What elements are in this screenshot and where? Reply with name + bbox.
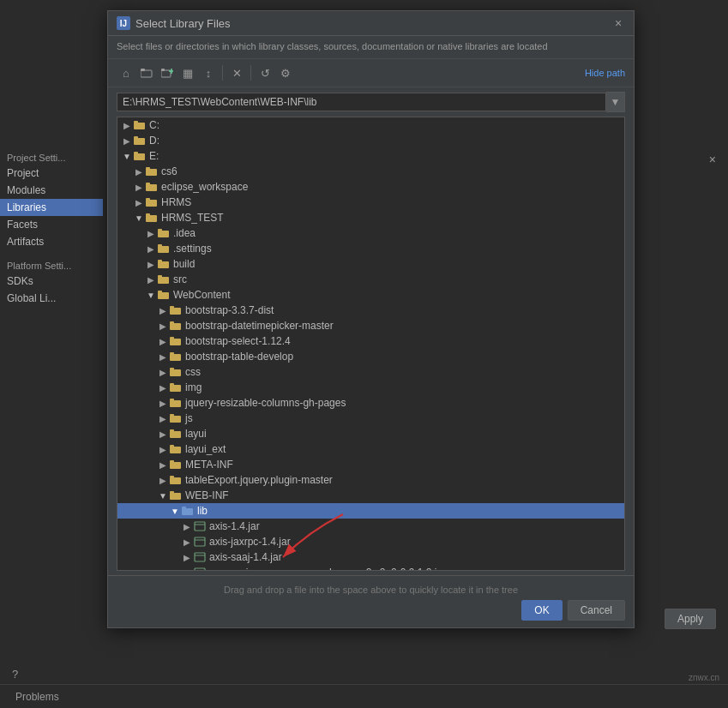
svg-rect-34 [170, 339, 181, 345]
tree-item-axis14[interactable]: ▶ axis-1.4.jar [117, 519, 624, 534]
tree-item-tableExport[interactable]: ▶ tableExport.jquery.plugin-master [117, 472, 624, 488]
tree-item-src[interactable]: ▶ src [117, 272, 624, 287]
svg-rect-25 [158, 260, 162, 262]
tree-item-bootstrap-sel[interactable]: ▶ bootstrap-select-1.12.4 [117, 333, 624, 349]
project-settings-label: Project Setti... [0, 149, 103, 165]
svg-rect-57 [182, 507, 186, 509]
svg-rect-28 [158, 292, 169, 299]
svg-rect-48 [170, 447, 181, 453]
tree-item-WEB-INF[interactable]: ▼ WEB-INF [117, 488, 624, 503]
svg-rect-18 [146, 215, 157, 222]
svg-rect-6 [134, 123, 145, 129]
tree-item-img[interactable]: ▶ img [117, 380, 624, 395]
svg-rect-44 [170, 416, 181, 423]
problems-tab[interactable]: Problems [7, 687, 68, 706]
tree-item-bootstrap337[interactable]: ▶ bootstrap-3.3.7-dist [117, 303, 624, 318]
svg-rect-52 [170, 477, 181, 484]
sidebar-item-project[interactable]: Project [0, 165, 103, 182]
folder-icon-D [133, 134, 147, 147]
tree-item-bootstrap-dt[interactable]: ▶ bootstrap-datetimepicker-master [117, 318, 624, 333]
tree-item-META-INF[interactable]: ▶ META-INF [117, 457, 624, 472]
svg-rect-23 [158, 244, 162, 247]
move-button[interactable]: ↕ [199, 63, 218, 82]
tree-item-build[interactable]: ▶ build [117, 256, 624, 272]
svg-rect-0 [141, 70, 152, 77]
cancel-button[interactable]: Cancel [568, 600, 625, 621]
hide-path-link[interactable]: Hide path [585, 68, 625, 78]
expand-icon-E[interactable]: ▼ [121, 149, 133, 163]
dialog-titlebar: IJ Select Library Files × [108, 11, 634, 36]
dialog-title: Select Library Files [135, 17, 231, 30]
tree-item-eclipse-workspace[interactable]: ▶ eclipse_workspace [117, 179, 624, 195]
home-button[interactable]: ⌂ [117, 63, 135, 82]
delete-button[interactable]: ✕ [227, 63, 246, 82]
expand-icon-C[interactable]: ▶ [121, 118, 133, 132]
tree-item-lib[interactable]: ▼ lib [117, 503, 624, 519]
svg-rect-38 [170, 369, 181, 376]
tree-item-HRMS[interactable]: ▶ HRMS [117, 195, 624, 210]
tree-item-bootstrap-tbl[interactable]: ▶ bootstrap-table-develop [117, 349, 624, 364]
svg-rect-36 [170, 354, 181, 361]
dialog-close-button[interactable]: × [611, 16, 625, 30]
tree-item-E[interactable]: ▼ E: [117, 148, 624, 164]
tree-item-css[interactable]: ▶ css [117, 364, 624, 380]
select-library-files-dialog: IJ Select Library Files × Select files o… [107, 10, 635, 628]
tree-item-D[interactable]: ▶ D: [117, 133, 624, 148]
svg-rect-3 [161, 69, 165, 71]
svg-rect-64 [195, 568, 205, 571]
ok-button[interactable]: OK [521, 600, 562, 621]
svg-rect-9 [134, 136, 138, 139]
open-folder-button[interactable] [137, 63, 156, 82]
svg-rect-22 [158, 246, 169, 253]
new-folder-button[interactable] [158, 63, 177, 82]
settings-button[interactable]: ⚙ [276, 63, 295, 82]
path-input[interactable] [117, 93, 606, 111]
svg-rect-19 [146, 213, 150, 216]
tree-item-js[interactable]: ▶ js [117, 411, 624, 426]
svg-rect-39 [170, 368, 174, 370]
svg-rect-32 [170, 323, 181, 330]
tree-item-axisjaxrpc[interactable]: ▶ axis-jaxrpc-1.4.jar [117, 534, 624, 549]
sidebar-item-artifacts[interactable]: Artifacts [0, 233, 103, 250]
svg-rect-26 [158, 277, 169, 284]
tree-item-layui-ext[interactable]: ▶ layui_ext [117, 441, 624, 457]
help-icon[interactable]: ? [12, 668, 18, 681]
tree-item-jquery-resize[interactable]: ▶ jquery-resizable-columns-gh-pages [117, 395, 624, 411]
sidebar-item-libraries[interactable]: Libraries [0, 199, 103, 216]
tree-item-axissaaj[interactable]: ▶ axis-saaj-1.4.jar [117, 549, 624, 565]
path-dropdown-button[interactable]: ▼ [606, 92, 625, 112]
svg-rect-51 [170, 460, 174, 463]
svg-rect-33 [170, 321, 174, 324]
sidebar-item-facets[interactable]: Facets [0, 216, 103, 233]
list-view-button[interactable]: ▦ [178, 63, 197, 82]
svg-rect-29 [158, 291, 162, 293]
sidebar-item-global-libs[interactable]: Global Li... [0, 290, 103, 307]
svg-rect-8 [134, 138, 145, 145]
svg-rect-47 [170, 429, 174, 432]
apply-button[interactable]: Apply [665, 609, 716, 629]
tree-item-layui[interactable]: ▶ layui [117, 426, 624, 441]
sidebar-item-modules[interactable]: Modules [0, 182, 103, 199]
file-tree[interactable]: ▶ C: ▶ D: ▼ E: ▶ [117, 117, 625, 571]
tree-item-idea[interactable]: ▶ .idea [117, 225, 624, 241]
tree-item-C[interactable]: ▶ C: [117, 117, 624, 133]
expand-icon-D[interactable]: ▶ [121, 134, 133, 147]
svg-rect-40 [170, 385, 181, 392]
svg-rect-37 [170, 352, 174, 355]
ide-close-button[interactable]: × [709, 153, 716, 166]
dialog-footer: Drag and drop a file into the space abov… [108, 575, 634, 627]
svg-rect-46 [170, 431, 181, 438]
sidebar-item-sdks[interactable]: SDKs [0, 273, 103, 290]
tree-item-cs6[interactable]: ▶ cs6 [117, 164, 624, 179]
tree-item-WebContent[interactable]: ▼ WebContent [117, 287, 624, 303]
svg-rect-17 [146, 198, 150, 201]
tree-item-settings[interactable]: ▶ .settings [117, 241, 624, 256]
svg-rect-27 [158, 275, 162, 278]
svg-rect-53 [170, 476, 174, 478]
tree-item-HRMS-TEST[interactable]: ▼ HRMS_TEST [117, 210, 624, 225]
refresh-button[interactable]: ↺ [256, 63, 274, 82]
tree-item-com-mchange[interactable]: ▶ com.springsource.com.mchange.v2.c3p0-0… [117, 565, 624, 571]
svg-rect-7 [134, 121, 138, 123]
toolbar-separator [222, 65, 223, 81]
svg-rect-15 [146, 183, 150, 185]
